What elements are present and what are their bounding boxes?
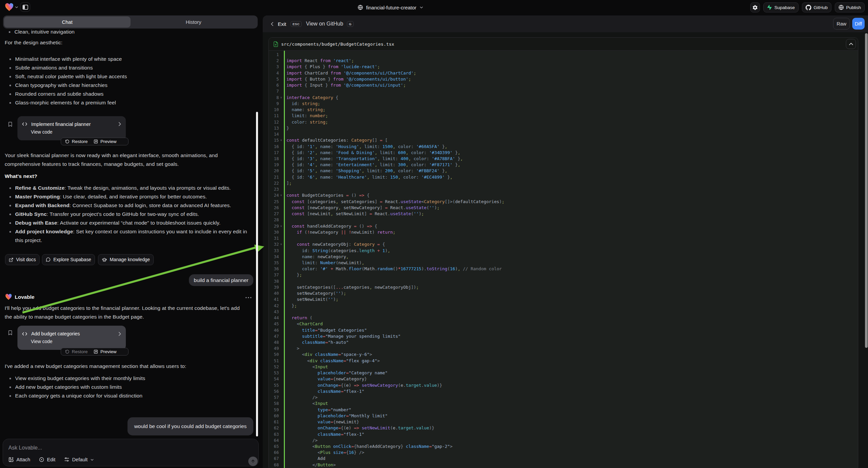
publish-button[interactable]: Publish <box>835 2 865 12</box>
raw-toggle-button[interactable]: Raw <box>833 18 849 30</box>
code-icon <box>22 332 27 336</box>
code-line: 15∨const defaultCategories: Category[] =… <box>269 137 858 143</box>
project-name: financial-future-creator <box>366 5 416 10</box>
collapse-file-button[interactable] <box>846 39 856 49</box>
code-line-text: /> <box>286 437 318 443</box>
more-options-icon[interactable] <box>245 297 252 298</box>
explore-supabase-button[interactable]: Explore Supabase <box>42 254 95 265</box>
code-line-text: import { Button } from '@/components/ui/… <box>286 76 411 82</box>
file-path: src/components/budget/BudgetCategories.t… <box>281 41 394 47</box>
supabase-button[interactable]: Supabase <box>763 2 799 12</box>
github-button[interactable]: GitHub <box>802 2 831 12</box>
view-code-link[interactable]: View code <box>31 129 121 135</box>
visit-docs-label: Visit docs <box>16 257 36 262</box>
line-number: 64 <box>269 437 279 443</box>
bookmark-icon[interactable] <box>8 122 12 127</box>
file-header[interactable]: src/components/budget/BudgetCategories.t… <box>269 38 858 51</box>
fold-chevron-icon[interactable]: ∨ <box>279 241 283 247</box>
attach-button[interactable]: Attach <box>8 457 30 462</box>
bookmark-icon[interactable] <box>8 330 12 335</box>
version-card-implement-financial-planner[interactable]: Implement financial planner View code <box>18 116 126 140</box>
file-added-icon <box>274 41 278 47</box>
restore-button[interactable]: Restore <box>65 349 88 354</box>
code-line-text: onChange={(e) => setNewLimit(e.target.va… <box>286 425 434 431</box>
preview-button[interactable]: Preview <box>94 349 117 354</box>
chat-panel: Clean, intuitive navigation For the desi… <box>0 16 261 468</box>
list-item: Master Prompting: Use clear, detailed, a… <box>1 193 252 201</box>
fold-chevron-icon[interactable]: ∨ <box>279 137 283 143</box>
diff-toggle-button[interactable]: Diff <box>852 18 865 30</box>
code-line: 16 { id: '1', name: 'Housing', limit: 15… <box>269 144 858 150</box>
code-line: 21 { id: '6', name: 'Healthcare', limit:… <box>269 174 858 180</box>
tab-chat[interactable]: Chat <box>4 17 130 28</box>
code-line-text: const defaultCategories: Category[] = [ <box>286 137 388 143</box>
restore-button[interactable]: Restore <box>65 139 88 144</box>
send-button[interactable] <box>248 457 258 466</box>
code-line: 48 className="h-auto" <box>269 340 858 346</box>
chevron-right-icon[interactable] <box>118 122 121 126</box>
code-line: 20 { id: '5', name: 'Shopping', limit: 2… <box>269 168 858 174</box>
code-line: 1 <box>269 52 858 58</box>
code-line: 14 <box>269 131 858 137</box>
fold-chevron-icon[interactable]: ∨ <box>279 193 283 198</box>
code-line-text: <Plus size={16} /> <box>286 449 364 456</box>
code-line-text: { id: '6', name: 'Healthcare', limit: 15… <box>286 174 453 180</box>
line-number: 6 <box>269 82 279 88</box>
edit-label: Edit <box>47 457 55 462</box>
chat-scrollbar[interactable] <box>256 112 258 436</box>
explore-supabase-label: Explore Supabase <box>53 257 91 262</box>
exit-label: Exit <box>278 21 286 27</box>
edit-button[interactable]: Edit <box>39 457 55 462</box>
restore-label: Restore <box>72 139 88 144</box>
version-card-add-budget-categories[interactable]: Add budget categories View code <box>18 326 126 350</box>
view-on-github-button[interactable]: View on GitHub G <box>306 16 354 32</box>
mode-label: Default <box>72 457 88 462</box>
mode-selector[interactable]: Default <box>64 457 94 462</box>
code-line: 9 id: string; <box>269 101 858 107</box>
settings-button[interactable] <box>750 2 760 12</box>
line-number: 7 <box>269 88 279 94</box>
view-code-link[interactable]: View code <box>31 339 121 344</box>
panel-left-icon <box>23 5 28 10</box>
line-number: 32 <box>269 241 279 247</box>
code-line: 34 name: newCategory, <box>269 254 858 260</box>
line-number: 21 <box>269 174 279 180</box>
tab-history[interactable]: History <box>130 17 257 28</box>
code-line: 59 type="number" <box>269 407 858 413</box>
project-switcher[interactable]: financial-future-creator <box>358 0 424 15</box>
code-line: 58 <Input <box>269 401 858 407</box>
code-line-text: }; <box>286 303 297 309</box>
chevron-right-icon[interactable] <box>118 332 121 336</box>
logo-chevron-down-icon[interactable] <box>15 5 19 9</box>
code-line-text: import { Plus } from 'lucide-react'; <box>286 64 380 70</box>
lovable-logo-icon[interactable] <box>5 3 14 11</box>
line-number: 26 <box>269 205 279 211</box>
code-line: 4import ChartCard from '@/components/ui/… <box>269 70 858 76</box>
code-line: 12 color: string; <box>269 119 858 125</box>
code-content[interactable]: 12import React from 'react';3import { Pl… <box>269 51 858 468</box>
code-line-text: { id: '1', name: 'Housing', limit: 1500,… <box>286 144 447 150</box>
graduation-cap-icon <box>102 257 107 262</box>
code-line-text: name: newCategory, <box>286 254 349 260</box>
fold-chevron-icon[interactable]: ∨ <box>279 95 283 101</box>
visit-docs-button[interactable]: Visit docs <box>5 254 39 265</box>
manage-knowledge-button[interactable]: Manage knowledge <box>98 254 154 265</box>
line-number: 27 <box>269 211 279 217</box>
exit-button[interactable]: Exit ESC <box>271 16 302 32</box>
code-line-text: id: String(categories.length + 1), <box>286 248 390 254</box>
code-line-text: setNewLimit(''); <box>286 296 339 302</box>
line-number: 19 <box>269 162 279 168</box>
list-item: Clean, intuitive navigation <box>0 28 250 36</box>
chevron-up-icon <box>849 42 853 45</box>
code-line-text: Add <box>286 456 326 462</box>
code-scrollbar[interactable] <box>865 33 868 348</box>
line-number: 1 <box>269 52 279 58</box>
preview-button[interactable]: Preview <box>94 139 117 144</box>
fold-chevron-icon[interactable]: ∨ <box>279 223 283 229</box>
code-line: 22]; <box>269 180 858 186</box>
sidebar-toggle-button[interactable] <box>20 2 30 12</box>
code-line: 55 onChange={(e) => setNewCategory(e.tar… <box>269 382 858 388</box>
code-line: 18 { id: '3', name: 'Transportation', li… <box>269 156 858 162</box>
lovable-heart-icon <box>5 294 12 300</box>
chat-input-box[interactable]: Ask Lovable... Attach Edit Default <box>3 439 259 466</box>
